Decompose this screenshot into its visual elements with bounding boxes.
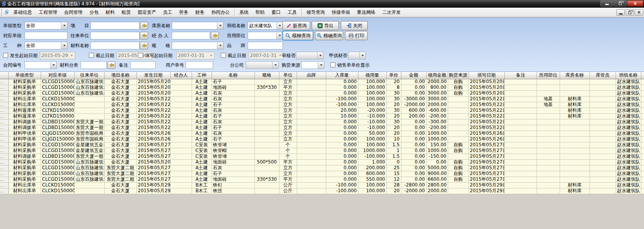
- cell[interactable]: A土建: [192, 113, 212, 119]
- row-selector[interactable]: [0, 182, 8, 188]
- cell[interactable]: 1.5: [386, 154, 401, 159]
- cell[interactable]: 东营大厦一期: [74, 119, 104, 125]
- cell[interactable]: [590, 79, 616, 85]
- cell[interactable]: 2015年05月22日: [136, 108, 170, 113]
- cell[interactable]: 0.00: [401, 125, 426, 131]
- menu-11[interactable]: 协同办公: [208, 8, 233, 17]
- column-header-4[interactable]: 项目名称: [104, 72, 136, 79]
- cell[interactable]: [504, 136, 537, 142]
- cell[interactable]: [590, 136, 616, 142]
- cell[interactable]: 2015年05月27日: [468, 154, 504, 159]
- cell[interactable]: 材料调拨单: [8, 154, 41, 159]
- handler-input[interactable]: [172, 32, 210, 39]
- table-row[interactable]: 材料采购单CLCGD150000001山东百脉建筑:金石大厦2015年05月20…: [0, 79, 644, 85]
- cell[interactable]: [590, 85, 616, 90]
- table-row[interactable]: 材料采购单CLCGD150000001山东百脉建筑:金石大厦2015年05月20…: [0, 85, 644, 90]
- cell[interactable]: [170, 177, 192, 182]
- cell[interactable]: C安装: [192, 154, 212, 159]
- cell[interactable]: [297, 119, 326, 125]
- cell[interactable]: 2015年05月27日: [468, 142, 504, 148]
- cell[interactable]: 自购: [448, 85, 468, 90]
- cell[interactable]: [448, 113, 468, 119]
- cell[interactable]: [537, 182, 560, 188]
- cell[interactable]: 地面砖: [212, 159, 255, 165]
- cell[interactable]: 100.000: [358, 188, 386, 194]
- fuzzy-query-button[interactable]: 模糊查询: [283, 31, 313, 40]
- cell[interactable]: [537, 171, 560, 177]
- table-row[interactable]: 材料采购单CLCGD150000001山东百脉建筑:金石大厦2015年05月20…: [0, 90, 644, 96]
- row-selector[interactable]: [0, 131, 8, 136]
- cell[interactable]: 3000.00: [426, 90, 448, 96]
- cell[interactable]: [590, 119, 616, 125]
- column-header-19[interactable]: 备注: [504, 72, 537, 79]
- window-restore-button[interactable]: [614, 0, 627, 7]
- cell[interactable]: 材料甲供单: [8, 136, 41, 142]
- cell[interactable]: 2000.00: [426, 79, 448, 85]
- cell[interactable]: -2000.00: [401, 102, 426, 108]
- cell[interactable]: [504, 154, 537, 159]
- project-lookup-button[interactable]: [140, 22, 148, 29]
- cell[interactable]: 立方: [279, 165, 297, 171]
- cell[interactable]: 铁管帽: [212, 148, 255, 154]
- cell[interactable]: 2015年05月27日: [468, 148, 504, 154]
- row-selector[interactable]: [0, 119, 8, 125]
- cell[interactable]: 赵水建筑队: [616, 79, 641, 85]
- cell[interactable]: 公斤: [279, 182, 297, 188]
- cell[interactable]: [537, 142, 560, 148]
- cell[interactable]: [170, 131, 192, 136]
- cell[interactable]: [590, 182, 616, 188]
- cell[interactable]: 0.000: [326, 165, 358, 171]
- table-row[interactable]: 材料出库单CLCKD150000001金石大厦2015年05月22日A土建石子立…: [0, 102, 644, 108]
- cell[interactable]: 20: [386, 188, 401, 194]
- cell[interactable]: [560, 148, 590, 154]
- cell[interactable]: 2000.00: [426, 188, 448, 194]
- fill-end-checkbox[interactable]: [221, 53, 226, 58]
- row-selector[interactable]: [0, 165, 8, 171]
- cell[interactable]: [560, 165, 590, 171]
- cell[interactable]: 0.00: [401, 148, 426, 154]
- cell[interactable]: [537, 159, 560, 165]
- column-header-17[interactable]: 购货来源: [448, 72, 468, 79]
- chevron-down-icon[interactable]: [272, 62, 278, 69]
- cell[interactable]: [255, 113, 279, 119]
- table-row[interactable]: 材料甲供单CLJGD150000001东营市国税局金石大厦2015年05月26日…: [0, 136, 644, 142]
- cell[interactable]: [504, 85, 537, 90]
- cell[interactable]: 2015年05月20日: [136, 85, 170, 90]
- cell[interactable]: [74, 102, 104, 108]
- cell[interactable]: [504, 165, 537, 171]
- column-header-14[interactable]: 单价: [386, 72, 401, 79]
- cell[interactable]: 东营大厦一期: [74, 154, 104, 159]
- window-minimize-button[interactable]: [600, 0, 613, 7]
- cell[interactable]: A土建: [192, 102, 212, 108]
- cell[interactable]: [590, 102, 616, 108]
- cell[interactable]: 28: [386, 182, 401, 188]
- cell[interactable]: 1.5: [386, 142, 401, 148]
- cell[interactable]: 1000.000: [358, 148, 386, 154]
- cell[interactable]: -2000.00: [401, 188, 426, 194]
- cell[interactable]: 550.000: [358, 177, 386, 182]
- column-header-16[interactable]: 领用金额: [426, 72, 448, 79]
- bill-type-combo[interactable]: 全部: [25, 22, 67, 29]
- cell[interactable]: [537, 154, 560, 159]
- cell[interactable]: [255, 131, 279, 136]
- row-selector[interactable]: [0, 154, 8, 159]
- chevron-down-icon[interactable]: [359, 52, 365, 59]
- cell[interactable]: 金石大厦: [104, 159, 136, 165]
- table-row[interactable]: 材料采购单CLCGD150000001山东百脉建筑:金石大厦2015年05月20…: [0, 159, 644, 165]
- cell[interactable]: [170, 113, 192, 119]
- cell[interactable]: [74, 113, 104, 119]
- cell[interactable]: 金石大厦: [104, 96, 136, 102]
- cell[interactable]: 赵水建筑队: [616, 108, 641, 113]
- cell[interactable]: [560, 90, 590, 96]
- cell[interactable]: 立方: [279, 113, 297, 119]
- cell[interactable]: -300.00: [426, 119, 448, 125]
- row-selector[interactable]: [0, 125, 8, 131]
- cell[interactable]: 20: [386, 79, 401, 85]
- cell[interactable]: 2015年05月22日: [468, 108, 504, 113]
- cell[interactable]: C安装: [192, 142, 212, 148]
- cell[interactable]: [297, 165, 326, 171]
- cell[interactable]: 材料库: [560, 113, 590, 119]
- cell[interactable]: 800.00: [426, 85, 448, 90]
- cell[interactable]: CLCGD150000003: [41, 177, 74, 182]
- row-selector[interactable]: [0, 142, 8, 148]
